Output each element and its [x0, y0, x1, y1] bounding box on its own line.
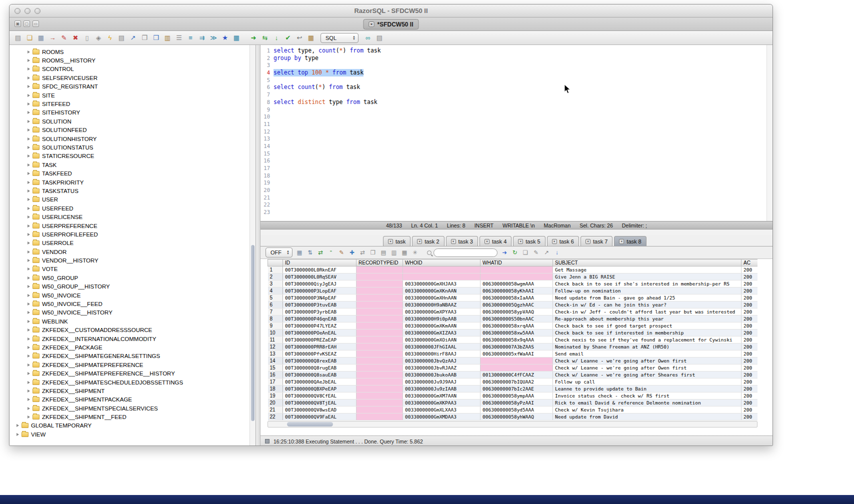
disclosure-triangle-icon[interactable] [28, 407, 30, 410]
cell[interactable]: 006300000058xIaAAA [480, 294, 553, 302]
cell[interactable]: 0063000000S50bnAAC [480, 316, 553, 322]
cell[interactable] [356, 294, 403, 302]
row-number-cell[interactable]: 11 [268, 336, 283, 344]
disclosure-triangle-icon[interactable] [28, 259, 30, 262]
statement-type-select[interactable]: SQL ▲▼ [320, 33, 358, 43]
cell[interactable]: 006300000058ympAAA [480, 392, 553, 400]
row-number-cell[interactable]: 3 [268, 280, 283, 288]
tree-item-view[interactable]: VIEW [10, 430, 256, 438]
disclosure-triangle-icon[interactable] [28, 294, 30, 297]
disclosure-triangle-icon[interactable] [28, 128, 30, 132]
cell[interactable] [356, 406, 403, 414]
tree-item-userprofilefeed[interactable]: USERPROFILEFEED [10, 230, 256, 238]
tree-item-zkfedex-package[interactable]: ZKFEDEX__PACKAGE [10, 343, 256, 352]
cell[interactable]: 200 [742, 322, 758, 330]
cell[interactable] [480, 266, 553, 274]
cell[interactable]: 00630000005QgzhAAC [480, 302, 553, 308]
cell[interactable]: 0033000000JFhGIAAL [403, 344, 480, 350]
disclosure-triangle-icon[interactable] [28, 328, 30, 332]
cell[interactable]: 200 [742, 378, 758, 386]
find-next-icon[interactable]: ➜ [500, 248, 508, 256]
edit-marker-icon[interactable]: ✎ [60, 34, 68, 42]
rollback-icon[interactable]: ↩ [295, 34, 304, 42]
tree-item-zkfedex-customaddresssource[interactable]: ZKFEDEX__CUSTOMADDRESSSOURCE [10, 326, 256, 334]
disclosure-triangle-icon[interactable] [16, 424, 19, 427]
cell[interactable]: 00T3000000POeAnEAL [283, 330, 356, 336]
row-number-cell[interactable]: 19 [268, 392, 283, 400]
cell[interactable]: Leanne to provide update to Bain [553, 386, 742, 392]
cell[interactable]: Need update from David [553, 414, 742, 420]
disclosure-triangle-icon[interactable] [28, 233, 30, 236]
disclosure-triangle-icon[interactable] [28, 85, 30, 88]
tree-item-vendor-history[interactable]: VENDOR__HISTORY [10, 256, 256, 264]
download-icon[interactable]: ↓ [553, 248, 561, 256]
tree-item-vote[interactable]: VOTE [10, 265, 256, 274]
disclosure-triangle-icon[interactable] [28, 120, 30, 123]
cell[interactable]: 0033000000JbukoAAB [403, 372, 480, 378]
row-number-cell[interactable]: 8 [268, 316, 283, 322]
cell[interactable]: 200 [742, 316, 758, 322]
tree-item-userrole[interactable]: USERROLE [10, 239, 256, 248]
cell[interactable]: 00T3000000PRR8rEAH [283, 344, 356, 350]
cell[interactable]: Need update from Bain - gave go ahead 1/… [553, 294, 742, 302]
cell[interactable]: Check back in to see if she's interested… [553, 280, 742, 288]
insert-row-icon[interactable]: ✚ [348, 248, 356, 256]
row-number-cell[interactable]: 15 [268, 364, 283, 372]
result-tab-task-7[interactable]: ✕task 7 [580, 236, 612, 246]
cell[interactable]: 0033000000JbvQzAAJ [403, 358, 480, 364]
cell[interactable]: 0033000000GmXKnAAN [403, 288, 480, 294]
column-header-subject[interactable]: SUBJECT [553, 260, 742, 266]
cell[interactable]: 00T3000000PfvKSEAZ [283, 350, 356, 358]
cell[interactable]: 200 [742, 400, 758, 406]
minimize-button[interactable] [24, 8, 30, 14]
cell[interactable]: 200 [742, 266, 758, 274]
column-header-rownum[interactable] [268, 260, 283, 266]
cell[interactable] [356, 350, 403, 358]
grid-pages3-icon[interactable]: ▦ [400, 248, 408, 256]
open-file-icon[interactable]: ❏ [25, 34, 34, 42]
tree-item-w50-invoice-feed[interactable]: W50_INVOICE__FEED [10, 300, 256, 308]
favorites-star-icon[interactable]: ★ [220, 34, 230, 42]
update-row-icon[interactable]: ⇄ [358, 248, 366, 256]
disclosure-triangle-icon[interactable] [28, 146, 30, 149]
cell[interactable]: 200 [742, 330, 758, 336]
row-limit-select[interactable]: OFF ▲▼ [266, 248, 292, 258]
cell[interactable]: 006300000058yhWAAQ [480, 414, 553, 420]
reload-icon[interactable]: ⇆ [260, 34, 270, 42]
tree-item-sitehistory[interactable]: SITEHISTORY [10, 108, 256, 117]
tree-item-rooms[interactable]: ROOMS [10, 48, 256, 56]
disclosure-triangle-icon[interactable] [28, 242, 30, 244]
cell[interactable]: 200 [742, 302, 758, 308]
grid-hscrollbar-thumb[interactable] [287, 422, 333, 426]
cell[interactable] [356, 358, 403, 364]
tree-item-sitefeed[interactable]: SITEFEED [10, 100, 256, 108]
document-tab[interactable]: ✕ *SFDCW50 II [363, 19, 418, 30]
disclosure-triangle-icon[interactable] [28, 224, 30, 228]
disclosure-triangle-icon[interactable] [28, 68, 30, 70]
row-number-cell[interactable]: 20 [268, 400, 283, 406]
disclosure-triangle-icon[interactable] [28, 285, 30, 288]
tree-item-taskpriority[interactable]: TASKPRIORITY [10, 178, 256, 186]
cell[interactable] [356, 302, 403, 308]
cell[interactable]: 00T3000000L0RqSEAV [283, 274, 356, 280]
generate-sql-icon[interactable]: ❒ [152, 34, 160, 42]
save-icon[interactable]: ▦ [36, 34, 46, 42]
cell[interactable]: 200 [742, 274, 758, 280]
cell[interactable]: 0033000000H9aNBAAZ [403, 302, 480, 308]
close-button[interactable] [14, 8, 20, 14]
disclosure-triangle-icon[interactable] [28, 59, 30, 62]
row-number-cell[interactable]: 12 [268, 344, 283, 350]
disclosure-triangle-icon[interactable] [28, 346, 30, 349]
cell[interactable]: 006300000058wgmAAA [480, 280, 553, 288]
cell[interactable]: 006300000058yPzAAI [480, 400, 553, 406]
window-menu-icon[interactable]: ▣ [14, 20, 21, 27]
notes-icon[interactable]: ▥ [163, 34, 172, 42]
grid-search-input[interactable] [434, 248, 498, 257]
result-tab-task-8[interactable]: ✕task 8 [614, 236, 646, 246]
cell[interactable]: 00T3000000Q8rexEAB [283, 358, 356, 364]
cell[interactable]: 0033000000GmXLXAA3 [403, 406, 480, 414]
cell[interactable]: Rick to email David & reference Delmonte… [553, 400, 742, 406]
tab-close-icon[interactable]: ✕ [417, 239, 422, 244]
commit-icon[interactable]: ✔ [284, 34, 292, 42]
cell[interactable] [356, 400, 403, 406]
